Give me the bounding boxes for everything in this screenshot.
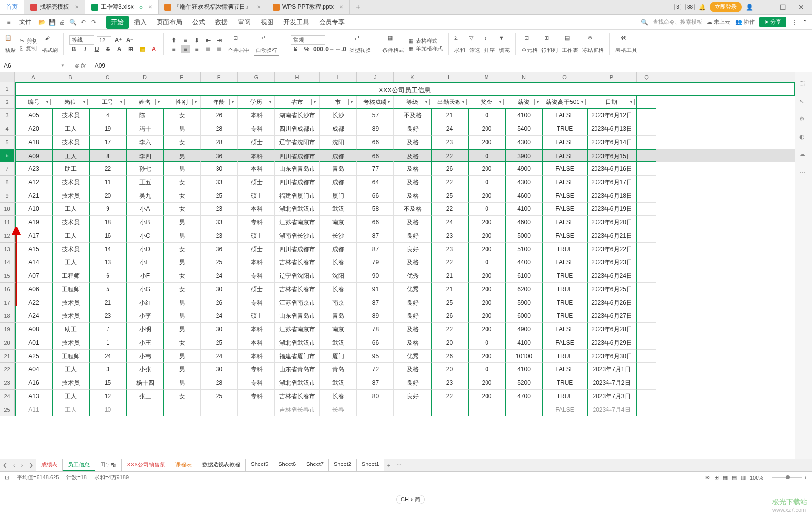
cell[interactable]: FALSE [542,136,587,149]
cell[interactable]: 6100 [505,269,542,283]
cell[interactable]: 20 [431,363,468,376]
tab-add-button[interactable]: + [350,3,366,12]
cell[interactable]: A22 [15,296,52,309]
cell[interactable]: 2023年6月13日 [587,122,637,136]
cell[interactable]: 南京 [320,323,357,336]
column-header[interactable]: I [320,72,357,82]
cell[interactable]: 80 [357,390,394,403]
cell[interactable]: 男 [163,323,201,336]
cell[interactable]: 男 [163,350,201,363]
save-icon[interactable]: 💾 [48,18,56,26]
cell[interactable]: 200 [468,122,505,136]
view-normal-icon[interactable]: ▦ [723,474,728,481]
cell[interactable]: 良好 [394,309,431,323]
cell[interactable]: 30 [201,162,238,176]
cell[interactable]: 硕士 [238,229,275,243]
expand-icon[interactable]: ⌃ [802,19,807,26]
cell[interactable]: 技术员 [52,109,89,122]
align-right-icon[interactable]: ≡ [192,45,201,53]
filter-dropdown-icon[interactable]: ▾ [311,99,318,105]
view-page-icon[interactable]: ▤ [732,474,737,481]
cell[interactable]: 33 [201,216,238,229]
cell[interactable]: 福建省厦门市 [275,350,320,363]
header-cell[interactable]: 薪资高于5000▾ [542,96,587,109]
header-cell[interactable]: 等级▾ [394,96,431,109]
filter-dropdown-icon[interactable]: ▾ [385,99,392,105]
cell[interactable]: 本科 [238,109,275,122]
cell[interactable]: 12 [89,390,126,403]
cell[interactable]: 4100 [505,109,542,122]
cell[interactable]: 小G [126,283,163,296]
menu-tab[interactable]: 页面布局 [152,16,187,29]
cell[interactable]: 200 [468,243,505,256]
cell[interactable]: 女 [163,243,201,256]
cell[interactable]: A10 [15,203,52,216]
cell[interactable]: 0 [468,149,505,162]
bold-icon[interactable]: B [69,45,78,53]
cell[interactable]: TRUE [542,309,587,323]
cell[interactable]: TRUE [542,122,587,136]
cell[interactable]: 女 [163,269,201,283]
cell[interactable]: 2023年6月16日 [587,162,637,176]
row-header[interactable]: 22 [0,363,15,376]
decrease-font-icon[interactable]: A⁻ [125,36,134,45]
cell[interactable]: TRUE [542,376,587,390]
cell[interactable] [637,376,656,390]
fill-button[interactable]: ▼填充 [499,35,510,54]
cell[interactable]: 技术员 [52,296,89,309]
filter-dropdown-icon[interactable]: ▾ [44,99,51,105]
cell[interactable]: 小张 [126,363,163,376]
cell[interactable]: 小明 [126,323,163,336]
cell[interactable]: 16 [89,229,126,243]
sum-button[interactable]: Σ求和 [454,35,465,54]
row-header[interactable]: 4 [0,122,15,136]
sheet-nav-prev-icon[interactable]: ‹ [10,463,18,468]
font-size-select[interactable]: 12 [97,36,111,44]
cell[interactable]: A13 [15,390,52,403]
header-cell[interactable]: 奖金▾ [468,96,505,109]
cell[interactable]: 2023年6月12日 [587,109,637,122]
cell[interactable]: 200 [468,390,505,403]
cell[interactable]: TRUE [542,269,587,283]
cell[interactable]: 优秀 [394,269,431,283]
cell[interactable]: 长春 [320,283,357,296]
cell[interactable] [505,403,542,416]
sidebar-more-icon[interactable]: ⋯ [799,169,808,178]
wrap-button[interactable]: ↵自动换行 [254,33,279,56]
cell[interactable] [637,336,656,350]
column-header[interactable]: A [15,72,52,82]
login-button[interactable]: 立即登录 [710,2,742,12]
cell[interactable]: 厦门 [320,350,357,363]
row-header[interactable]: 2 [0,96,15,109]
cell[interactable] [637,243,656,256]
tab-close-icon[interactable]: ✕ [148,4,152,10]
cell[interactable]: 66 [357,336,394,350]
cell[interactable] [637,122,656,136]
cell[interactable]: A19 [15,216,52,229]
paste-button[interactable]: 📋粘贴 [5,35,16,54]
cell[interactable]: 2023年6月27日 [587,309,637,323]
cell[interactable]: 及格 [394,363,431,376]
preview-icon[interactable]: 🔍 [69,18,77,26]
cell[interactable]: 武汉 [320,203,357,216]
cell[interactable]: A06 [15,283,52,296]
tab-close-icon[interactable]: ✕ [339,4,343,10]
cell[interactable]: 技术员 [52,176,89,189]
cell[interactable]: 26 [201,109,238,122]
filter-dropdown-icon[interactable]: ▾ [229,99,236,105]
cell[interactable]: 4900 [505,323,542,336]
cell[interactable]: 本科 [238,203,275,216]
cell[interactable] [637,390,656,403]
align-center-icon[interactable]: ≡ [181,45,190,53]
cell[interactable]: 小韦 [126,350,163,363]
increase-font-icon[interactable]: A⁺ [114,36,123,45]
filter-dropdown-icon[interactable]: ▾ [267,99,273,105]
cell[interactable]: 5100 [505,243,542,256]
cell[interactable]: 23 [431,243,468,256]
cell[interactable]: 助工 [52,162,89,176]
cell[interactable]: 6000 [505,309,542,323]
cell[interactable] [238,403,275,416]
column-header[interactable]: O [542,72,587,82]
cell[interactable]: 湖北省武汉市 [275,376,320,390]
ime-indicator[interactable]: CH ♪ 简 [396,495,425,504]
